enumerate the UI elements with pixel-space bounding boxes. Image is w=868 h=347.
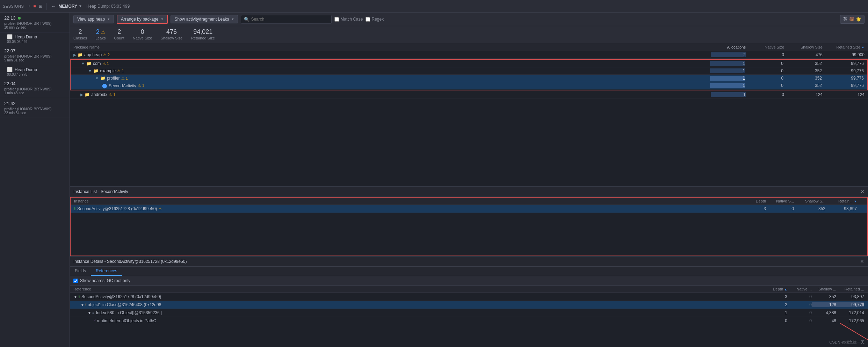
layout-icon[interactable]: ⊞	[39, 4, 42, 9]
ref-row[interactable]: f runtimeInternalObjects in PathC 0 0 48…	[70, 317, 868, 325]
session-item-2142[interactable]: 21:42 profiler (HONOR BRT-W09) 22 min 34…	[0, 98, 70, 118]
expand-ref1[interactable]: ▼	[73, 294, 77, 299]
expand-icon-androidx[interactable]: ▶	[80, 93, 83, 97]
show-leaks-dropdown[interactable]: Show activity/fragment Leaks ▼	[171, 15, 238, 23]
th-shallow-s[interactable]: Shallow S...	[794, 199, 825, 203]
heap-dump-label: Heap Dump: 05:03.499	[86, 4, 130, 9]
th-native-size[interactable]: Native Size	[746, 45, 784, 49]
table-row[interactable]: ▼ 📁 com ⚠ 1 1 0 352 99,776	[71, 60, 867, 67]
stat-shallow-size: 476 Shallow Size	[160, 28, 182, 40]
ref-retained-1: 93,897	[836, 294, 864, 299]
session-duration-2207: 5 min 31 sec	[4, 58, 65, 62]
expand-icon-appheap[interactable]: ▶	[73, 53, 76, 57]
table-row[interactable]: ▼ 📁 profiler ⚠ 1 1 0 352 99,776	[71, 75, 867, 82]
table-row[interactable]: ▶ 📁 androidx ⚠ 1 1 0 124 124	[70, 91, 868, 98]
instance-list-close-button[interactable]: ✕	[860, 189, 865, 194]
back-button[interactable]: ←	[50, 3, 58, 10]
tab-fields[interactable]: Fields	[70, 267, 91, 276]
heap-dump-item-1[interactable]: ⬜ Heap Dump 00:05:03.499	[0, 32, 70, 45]
expand-icon-example[interactable]: ▼	[88, 69, 92, 73]
session-item-2204[interactable]: 22:04 profiler (HONOR BRT-W09) 1 min 48 …	[0, 78, 70, 98]
match-case-checkbox-label[interactable]: Match Case	[334, 17, 363, 22]
details-header: Instance Details - SecondActivity@316251…	[70, 257, 868, 267]
session-device-2204: profiler (HONOR BRT-W09)	[4, 87, 65, 91]
user-icon2: 🌟	[856, 17, 861, 22]
folder-icon: 📁	[78, 52, 83, 57]
th-allocations[interactable]: Allocations	[711, 45, 746, 49]
th-shallow-size[interactable]: Shallow Size	[784, 45, 823, 49]
th-native-s[interactable]: Native S...	[766, 199, 794, 203]
ref-row[interactable]: ▼ ℹ SecondActivity@316251728 (0x12d99e50…	[70, 293, 868, 301]
th-ref-native[interactable]: Native ...	[787, 287, 812, 291]
th-ref-depth[interactable]: Depth ▲	[763, 287, 787, 291]
expand-icon-com[interactable]: ▼	[81, 61, 85, 66]
ref-body: ▼ ℹ SecondActivity@316251728 (0x12d99e50…	[70, 293, 868, 347]
ref-retained-4: 172,965	[836, 318, 864, 323]
td-instance-extra	[857, 206, 864, 211]
ref-native-2: 0	[787, 302, 812, 307]
th-depth[interactable]: Depth	[745, 199, 766, 203]
ref-shallow-2: 128	[812, 302, 836, 307]
ref-row[interactable]: ▼ ≡ Index 580 in Object[]@315359236 | 1 …	[70, 309, 868, 317]
regex-checkbox-label[interactable]: Regex	[366, 17, 384, 22]
warn-icon-example: ⚠ 1	[117, 69, 124, 73]
match-case-checkbox[interactable]	[334, 17, 339, 22]
search-input[interactable]	[251, 17, 328, 22]
th-package-name: Package Name	[73, 45, 711, 49]
leaks-value: 2	[96, 28, 100, 36]
stop-icon[interactable]: ■	[33, 4, 36, 9]
ref-retained-3: 172,014	[836, 310, 864, 315]
memory-dropdown-arrow[interactable]: ▼	[79, 4, 82, 8]
td-native-example: 0	[745, 68, 783, 73]
th-ref-retained[interactable]: Retained ...	[836, 287, 864, 291]
separator	[46, 3, 47, 10]
td-name: ▼ 📁 example ⚠ 1	[74, 68, 710, 73]
warn-icon-com: ⚠ 1	[102, 61, 109, 66]
ref-td-name: ▼ f object1 in Class@316246408 (0x12d98	[73, 302, 763, 307]
arrange-by-package-dropdown[interactable]: Arrange by package ▼	[117, 15, 168, 24]
regex-checkbox[interactable]	[366, 17, 370, 22]
session-device-2207: profiler (HONOR BRT-W09)	[4, 54, 65, 58]
heap-dump-item-2[interactable]: ⬜ Heap Dump 00:03:46.778	[0, 65, 70, 78]
th-ref-shallow[interactable]: Shallow ...	[812, 287, 836, 291]
instance-section: Instance List - SecondActivity ✕ Instanc…	[70, 186, 868, 256]
add-session-icon[interactable]: +	[28, 4, 30, 9]
instance-details-close-button[interactable]: ✕	[860, 259, 864, 264]
content-area: View app heap ▼ Arrange by package ▼ Sho…	[70, 13, 868, 347]
expand-icon-profiler[interactable]: ▼	[95, 76, 99, 80]
td-retained-androidx: 124	[823, 92, 865, 97]
session-duration-2204: 1 min 48 sec	[4, 91, 65, 95]
table-row[interactable]: ⬤ SecondActivity ⚠ 1 1 0 352 99,776	[71, 82, 867, 90]
tab-references[interactable]: References	[91, 267, 122, 276]
heap-dump-label-2: Heap Dump	[15, 67, 37, 72]
search-box[interactable]: 🔍	[241, 15, 332, 24]
table-row[interactable]: ▼ 📁 example ⚠ 1 1 0 352 99,776	[71, 67, 867, 75]
ref-shallow-3: 4,388	[812, 310, 836, 315]
folder-icon-profiler: 📁	[100, 76, 106, 81]
view-app-heap-dropdown[interactable]: View app heap ▼	[73, 15, 114, 23]
session-item-2213[interactable]: 22:13 profiler (HONOR BRT-W09) 10 min 29…	[0, 13, 70, 32]
bottom-panel: Instance Details - SecondActivity@316251…	[70, 256, 868, 347]
td-alloc-profiler: 1	[710, 76, 745, 81]
th-reference: Reference	[73, 287, 763, 291]
sessions-label: SESSIONS	[3, 4, 24, 8]
show-gc-root-checkbox[interactable]	[73, 279, 78, 283]
td-alloc-sa: 1	[710, 83, 745, 88]
package-table-section: Package Name Allocations Native Size Sha…	[70, 43, 868, 186]
arrange-by-package-arrow: ▼	[161, 17, 164, 21]
expand-ref3[interactable]: ▼	[87, 310, 91, 315]
th-retain[interactable]: Retain... ▼	[825, 199, 857, 203]
instance-row[interactable]: ℹ SecondActivity@316251728 (0x12d99e50) …	[71, 205, 867, 213]
expand-ref2[interactable]: ▼	[80, 302, 84, 307]
leaks-label: Leaks	[95, 36, 106, 40]
table-row[interactable]: ▶ 📁 app heap ⚠ 2 2 0 476 99,900	[70, 51, 868, 59]
user-bar[interactable]: 英 🐻 🌟	[840, 15, 865, 24]
ref-row[interactable]: ▼ f object1 in Class@316246408 (0x12d98 …	[70, 301, 868, 309]
session-time-2213: 22:13	[4, 15, 16, 21]
td-name: ⬤ SecondActivity ⚠ 1	[74, 83, 710, 88]
csdn-badge: CSDN @摸鱼摸一天	[830, 340, 865, 345]
th-retained-size[interactable]: Retained Size ▼	[823, 45, 865, 49]
td-shallow-sa: 352	[783, 83, 822, 88]
search-icon: 🔍	[244, 17, 249, 22]
session-item-2207[interactable]: 22:07 profiler (HONOR BRT-W09) 5 min 31 …	[0, 45, 70, 65]
